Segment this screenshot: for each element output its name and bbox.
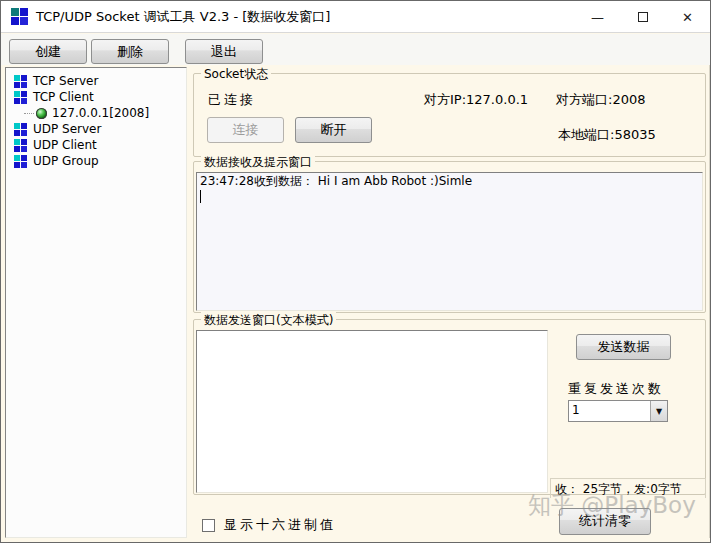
send-input[interactable] <box>196 330 548 493</box>
local-port-label: 本地端口:58035 <box>558 126 656 144</box>
socket-node-icon <box>14 123 27 136</box>
connected-status-icon <box>36 108 47 119</box>
create-button[interactable]: 创建 <box>9 39 87 64</box>
tree-item-tcp-server[interactable]: TCP Server <box>6 73 186 89</box>
tree-item-udp-server[interactable]: UDP Server <box>6 121 186 137</box>
close-button[interactable]: ✕ <box>665 1 710 33</box>
app-icon <box>11 8 28 25</box>
tree-item-tcp-client[interactable]: TCP Client <box>6 89 186 105</box>
socket-status-group: Socket状态 已连接 对方IP:127.0.0.1 对方端口:2008 本地… <box>193 73 706 157</box>
socket-node-icon <box>14 91 27 104</box>
tree-item-label: UDP Group <box>33 154 99 168</box>
socket-node-icon <box>14 75 27 88</box>
window-title: TCP/UDP Socket 调试工具 V2.3 - [数据收发窗口] <box>36 8 330 26</box>
receive-group-title: 数据接收及提示窗口 <box>201 154 315 171</box>
clear-stats-button[interactable]: 统计清零 <box>559 508 651 535</box>
bottom-options-row: 显示十六进制值 统计清零 <box>193 501 706 538</box>
hex-display-option[interactable]: 显示十六进制值 <box>202 516 336 534</box>
byte-stats-label: 收： 25字节，发:0字节 <box>550 478 706 498</box>
chevron-down-icon[interactable]: ▼ <box>650 401 667 421</box>
receive-group: 数据接收及提示窗口 23:47:28收到数据： Hi I am Abb Robo… <box>193 161 706 313</box>
text-cursor <box>200 190 201 203</box>
maximize-icon <box>638 12 648 22</box>
socket-node-icon <box>14 155 27 168</box>
tree-item-udp-client[interactable]: UDP Client <box>6 137 186 153</box>
tree-item-label: UDP Client <box>33 138 97 152</box>
tree-item-connection[interactable]: 127.0.0.1[2008] <box>6 105 186 121</box>
title-bar: TCP/UDP Socket 调试工具 V2.3 - [数据收发窗口] — ✕ <box>1 1 710 33</box>
repeat-count-label: 重复发送次数 <box>568 380 664 398</box>
connection-state-label: 已连接 <box>208 91 256 109</box>
delete-button[interactable]: 删除 <box>91 39 169 64</box>
toolbar: 创建 删除 退出 <box>1 34 710 65</box>
exit-button[interactable]: 退出 <box>185 39 263 64</box>
app-window: TCP/UDP Socket 调试工具 V2.3 - [数据收发窗口] — ✕ … <box>0 0 711 543</box>
peer-port-label: 对方端口:2008 <box>556 91 645 109</box>
data-exchange-panel: Socket状态 已连接 对方IP:127.0.0.1 对方端口:2008 本地… <box>189 65 710 538</box>
hex-checkbox[interactable] <box>202 519 215 532</box>
receive-log-line: 23:47:28收到数据： Hi I am Abb Robot :)Simle <box>200 174 472 188</box>
socket-status-group-title: Socket状态 <box>201 66 271 83</box>
socket-node-icon <box>14 139 27 152</box>
tree-item-udp-group[interactable]: UDP Group <box>6 153 186 169</box>
send-group-title: 数据发送窗口(文本模式) <box>201 312 336 329</box>
peer-ip-label: 对方IP:127.0.0.1 <box>424 91 528 109</box>
receive-log[interactable]: 23:47:28收到数据： Hi I am Abb Robot :)Simle <box>196 172 703 311</box>
send-data-button[interactable]: 发送数据 <box>576 334 671 360</box>
tree-item-label: TCP Server <box>33 74 98 88</box>
send-group: 数据发送窗口(文本模式) 发送数据 重复发送次数 1 ▼ 收： 25字节，发:0… <box>193 319 706 495</box>
tree-item-label: UDP Server <box>33 122 101 136</box>
repeat-count-select[interactable]: 1 ▼ <box>568 400 668 422</box>
window-controls: — ✕ <box>575 1 710 33</box>
repeat-count-value: 1 <box>569 401 650 421</box>
disconnect-button[interactable]: 断开 <box>295 117 372 143</box>
tree-connector-line <box>24 113 34 114</box>
minimize-button[interactable]: — <box>575 1 620 33</box>
tree-item-label: 127.0.0.1[2008] <box>52 106 149 120</box>
tree-item-label: TCP Client <box>33 90 94 104</box>
connect-button[interactable]: 连接 <box>207 117 284 143</box>
socket-tree: TCP Server TCP Client 127.0.0.1[2008] UD… <box>5 67 187 538</box>
maximize-button[interactable] <box>620 1 665 33</box>
hex-checkbox-label: 显示十六进制值 <box>224 516 336 534</box>
